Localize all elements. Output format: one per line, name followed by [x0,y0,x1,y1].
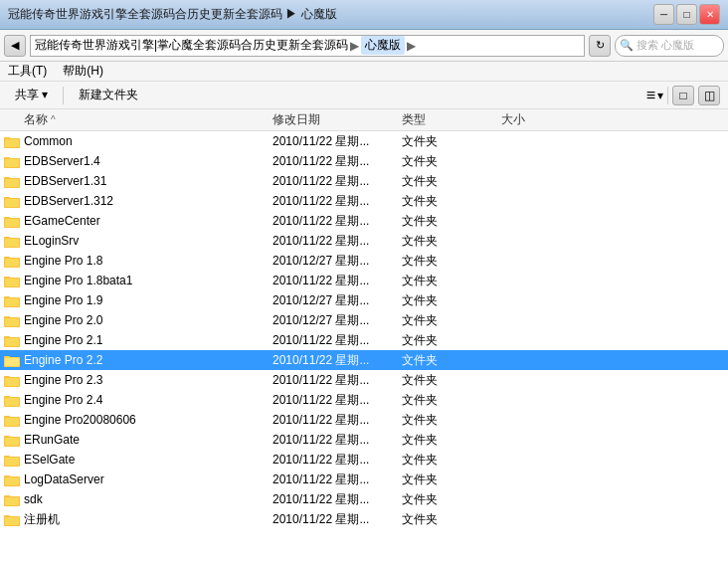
file-date-cell: 2010/11/22 星期... [273,133,402,150]
file-type-cell: 文件夹 [402,193,501,210]
file-name-cell: ELoginSrv [4,234,273,248]
title-bar: 冠能传奇世界游戏引擎全套源码合历史更新全套源码 ▶ 心魔版 ─ □ ✕ [0,0,728,30]
file-type-cell: 文件夹 [402,332,501,349]
folder-icon [4,235,20,248]
file-type-cell: 文件夹 [402,292,501,309]
svg-rect-29 [5,318,19,326]
file-type-cell: 文件夹 [402,432,501,449]
table-row[interactable]: Engine Pro20080606 2010/11/22 星期... 文件夹 [0,410,728,430]
path-current-label: 心魔版 [361,36,405,55]
col-header-date[interactable]: 修改日期 [273,111,402,128]
folder-icon [4,314,20,327]
file-date-cell: 2010/11/22 星期... [273,491,402,508]
file-name-cell: Engine Pro 2.0 [4,313,273,327]
file-name: Engine Pro 2.1 [24,333,102,347]
close-button[interactable]: ✕ [699,4,720,25]
table-row[interactable]: Engine Pro 1.8 2010/12/27 星期... 文件夹 [0,251,728,271]
svg-rect-26 [5,298,19,306]
file-name-cell: Engine Pro20080606 [4,413,273,427]
svg-rect-5 [5,159,19,167]
preview-toggle[interactable]: ◫ [698,86,720,105]
file-name-cell: LogDataServer [4,472,273,486]
table-row[interactable]: 注册机 2010/11/22 星期... 文件夹 [0,509,728,529]
table-row[interactable]: ESelGate 2010/11/22 星期... 文件夹 [0,450,728,470]
search-placeholder: 搜索 心魔版 [637,38,694,53]
table-row[interactable]: ELoginSrv 2010/11/22 星期... 文件夹 [0,231,728,251]
file-name-cell: Common [4,134,273,148]
table-row[interactable]: Engine Pro 2.1 2010/11/22 星期... 文件夹 [0,330,728,350]
table-row[interactable]: Engine Pro 2.0 2010/12/27 星期... 文件夹 [0,310,728,330]
file-type-cell: 文件夹 [402,392,501,409]
svg-rect-2 [5,139,19,147]
file-date-cell: 2010/11/22 星期... [273,213,402,230]
table-row[interactable]: ERunGate 2010/11/22 星期... 文件夹 [0,430,728,450]
new-folder-button[interactable]: 新建文件夹 [72,84,145,106]
file-name-cell: EDBServer1.312 [4,194,273,208]
folder-icon [4,255,20,268]
file-date-cell: 2010/11/22 星期... [273,452,402,469]
maximize-button[interactable]: □ [676,4,697,25]
table-row[interactable]: sdk 2010/11/22 星期... 文件夹 [0,489,728,509]
svg-rect-35 [5,358,19,366]
file-date-cell: 2010/11/22 星期... [273,511,402,528]
window-controls: ─ □ ✕ [653,4,720,25]
folder-icon [4,175,20,188]
file-name: ERunGate [24,433,80,447]
table-row[interactable]: Engine Pro 2.4 2010/11/22 星期... 文件夹 [0,390,728,410]
back-button[interactable]: ◀ [4,35,26,57]
svg-rect-44 [5,418,19,426]
refresh-button[interactable]: ↻ [589,35,611,57]
file-date-cell: 2010/11/22 星期... [273,392,402,409]
table-row[interactable]: Engine Pro 2.3 2010/11/22 星期... 文件夹 [0,370,728,390]
table-row[interactable]: Engine Pro 1.9 2010/12/27 星期... 文件夹 [0,290,728,310]
col-header-name[interactable]: 名称 ^ [4,111,273,128]
folder-icon [4,195,20,208]
table-row[interactable]: EGameCenter 2010/11/22 星期... 文件夹 [0,211,728,231]
table-row[interactable]: EDBServer1.31 2010/11/22 星期... 文件夹 [0,171,728,191]
view-options-button[interactable]: ≡ ▾ □ ◫ [646,86,720,105]
file-type-cell: 文件夹 [402,511,501,528]
svg-rect-23 [5,279,19,286]
file-name: Common [24,134,73,148]
table-row[interactable]: Engine Pro 1.8bata1 2010/11/22 星期... 文件夹 [0,271,728,290]
col-header-type[interactable]: 类型 [402,111,501,128]
table-row[interactable]: Common 2010/11/22 星期... 文件夹 [0,131,728,151]
file-name-cell: ESelGate [4,453,273,467]
search-box[interactable]: 🔍 搜索 心魔版 [615,35,724,57]
folder-icon [4,473,20,486]
path-arrow-2: ▶ [407,39,416,53]
table-row[interactable]: Engine Pro 2.2 2010/11/22 星期... 文件夹 [0,350,728,370]
column-headers: 名称 ^ 修改日期 类型 大小 [0,109,728,131]
file-date-cell: 2010/11/22 星期... [273,193,402,210]
folder-icon [4,513,20,526]
col-date-label: 修改日期 [273,111,320,128]
file-name: LogDataServer [24,472,104,486]
table-row[interactable]: EDBServer1.4 2010/11/22 星期... 文件夹 [0,151,728,171]
path-root-label: 冠能传奇世界游戏引擎|掌心魔全套源码合历史更新全套源码 [35,37,348,54]
menu-tools[interactable]: 工具(T) [8,63,47,80]
file-name-cell: Engine Pro 2.3 [4,373,273,387]
col-name-sort-icon: ^ [51,114,56,125]
panel-toggle[interactable]: □ [672,86,694,105]
title-text: 冠能传奇世界游戏引擎全套源码合历史更新全套源码 ▶ 心魔版 [8,6,653,23]
file-date-cell: 2010/11/22 星期... [273,332,402,349]
svg-rect-17 [5,239,19,247]
file-date-cell: 2010/11/22 星期... [273,432,402,449]
svg-rect-53 [5,477,19,485]
table-row[interactable]: EDBServer1.312 2010/11/22 星期... 文件夹 [0,191,728,211]
file-name: EDBServer1.4 [24,154,100,168]
menu-help[interactable]: 帮助(H) [63,63,103,80]
table-row[interactable]: LogDataServer 2010/11/22 星期... 文件夹 [0,470,728,489]
file-date-cell: 2010/11/22 星期... [273,372,402,389]
svg-rect-50 [5,458,19,466]
col-header-size[interactable]: 大小 [501,111,581,128]
file-name-cell: EGameCenter [4,214,273,228]
svg-rect-38 [5,378,19,386]
file-name: EGameCenter [24,214,100,228]
minimize-button[interactable]: ─ [653,4,674,25]
file-date-cell: 2010/11/22 星期... [273,233,402,250]
address-path[interactable]: 冠能传奇世界游戏引擎|掌心魔全套源码合历史更新全套源码 ▶ 心魔版 ▶ [30,35,585,57]
file-name: Engine Pro 2.4 [24,393,102,407]
file-date-cell: 2010/12/27 星期... [273,253,402,270]
share-button[interactable]: 共享 ▾ [8,84,55,106]
